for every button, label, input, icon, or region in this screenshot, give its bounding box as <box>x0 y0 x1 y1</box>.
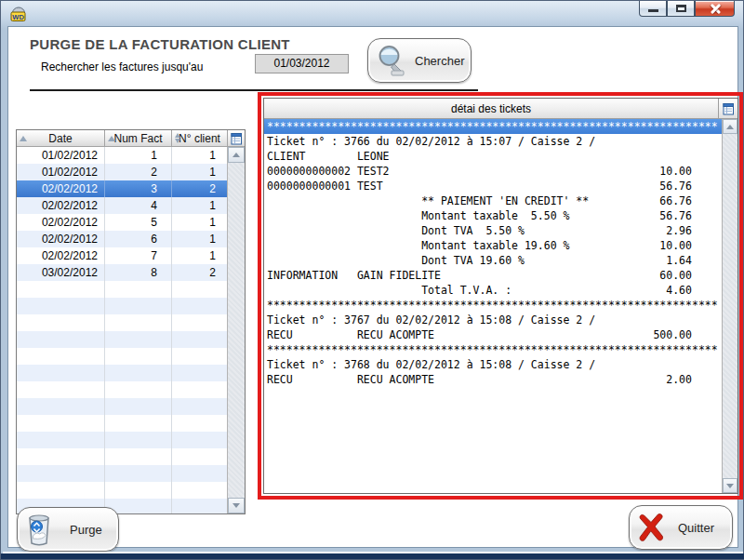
ticket-line-amount: 66.76 <box>628 193 692 208</box>
invoice-cell-client <box>172 482 229 499</box>
close-button[interactable] <box>695 1 735 17</box>
ticket-text-line[interactable]: 0000000000001TEST56.76 <box>264 179 722 193</box>
invoice-row[interactable]: 03/02/201282 <box>17 264 229 281</box>
invoice-cell-date <box>17 331 105 348</box>
invoice-row[interactable]: 01/02/201211 <box>17 147 229 164</box>
invoice-cell-client <box>172 281 229 298</box>
invoice-cell-date <box>17 432 105 448</box>
invoice-empty-row[interactable] <box>17 432 229 448</box>
invoice-row[interactable]: 02/02/201251 <box>17 214 229 231</box>
date-until-field[interactable]: 01/03/2012 <box>255 54 349 73</box>
invoice-empty-row[interactable] <box>17 348 229 365</box>
scroll-down-icon <box>726 484 734 488</box>
ticket-text-line[interactable]: Ticket n° : 3766 du 02/02/2012 à 15:07 /… <box>264 134 722 149</box>
invoice-row[interactable]: 01/02/201221 <box>17 164 229 180</box>
invoice-cell-date: 02/02/2012 <box>17 231 105 247</box>
ticket-separator-line[interactable]: ****************************************… <box>264 119 722 134</box>
invoice-table-scrollbar[interactable] <box>227 147 245 513</box>
ticket-separator-line[interactable]: ****************************************… <box>264 298 722 313</box>
ticket-line-segment: LEONE <box>357 149 390 164</box>
invoice-row[interactable]: 02/02/201232 <box>17 180 229 197</box>
column-header-date[interactable]: Date <box>17 130 105 147</box>
quitter-button[interactable]: Quitter <box>629 505 733 550</box>
ticket-detail-header: détai des tickets <box>264 99 737 119</box>
ticket-line-amount: 2.00 <box>628 372 692 387</box>
ticket-detail-scrollbar[interactable] <box>722 119 737 493</box>
invoice-cell-client: 1 <box>172 247 229 264</box>
maximize-icon <box>676 5 686 12</box>
invoice-cell-num <box>105 465 172 482</box>
invoice-cell-num <box>105 415 172 432</box>
ticket-text-line[interactable]: Montant taxable 5.50 %56.76 <box>264 208 722 223</box>
invoice-empty-row[interactable] <box>17 415 229 432</box>
ticket-line-segment: RECU ACOMPTE <box>357 327 434 342</box>
chercher-button[interactable]: Chercher <box>367 38 472 83</box>
invoice-cell-num: 6 <box>105 231 172 247</box>
ticket-line-segment: 0000000000002 <box>267 164 351 179</box>
invoice-empty-row[interactable] <box>17 314 229 331</box>
column-header-num-fact[interactable]: Num Fact <box>105 130 172 147</box>
red-x-icon <box>637 512 665 543</box>
ticket-text-line[interactable]: Dont TVA 19.60 %1.64 <box>264 253 722 268</box>
invoice-cell-client <box>172 298 229 314</box>
copy-table-button[interactable] <box>719 99 737 119</box>
ticket-text-line[interactable]: RECURECU ACOMPTE2.00 <box>264 372 722 387</box>
ticket-line-segment: TEST2 <box>357 164 390 179</box>
invoice-cell-date: 01/02/2012 <box>17 164 105 180</box>
quitter-button-label: Quitter <box>678 521 714 535</box>
invoice-cell-num <box>105 314 172 331</box>
invoice-empty-row[interactable] <box>17 398 229 415</box>
ticket-text-line[interactable]: CLIENTLEONE <box>264 149 722 164</box>
copy-table-button[interactable] <box>228 130 245 147</box>
purge-button[interactable]: Purge <box>17 507 119 552</box>
column-header-n-client[interactable]: N° client <box>172 130 228 147</box>
invoice-empty-row[interactable] <box>17 365 229 381</box>
ticket-text-line[interactable]: Ticket n° : 3768 du 02/02/2012 à 15:08 /… <box>264 357 722 372</box>
sort-asc-icon <box>108 136 115 141</box>
minimize-button[interactable] <box>639 1 667 17</box>
invoice-empty-row[interactable] <box>17 381 229 398</box>
invoice-row[interactable]: 02/02/201271 <box>17 247 229 264</box>
invoice-cell-num: 7 <box>105 247 172 264</box>
ticket-text-line[interactable]: Total T.V.A. :4.60 <box>264 283 722 298</box>
ticket-text-line[interactable]: 0000000000002TEST210.00 <box>264 164 722 179</box>
ticket-separator-line[interactable]: ****************************************… <box>264 342 722 357</box>
invoice-empty-row[interactable] <box>17 465 229 482</box>
invoice-empty-row[interactable] <box>17 281 229 298</box>
sort-both-icon <box>175 133 180 143</box>
invoice-row[interactable]: 02/02/201241 <box>17 197 229 214</box>
ticket-text-line[interactable]: Dont TVA 5.50 %2.96 <box>264 223 722 238</box>
ticket-text-line[interactable]: Montant taxable 19.60 %10.00 <box>264 238 722 253</box>
invoice-empty-row[interactable] <box>17 448 229 465</box>
scroll-down-button[interactable] <box>228 498 245 513</box>
invoice-cell-client: 1 <box>172 214 229 231</box>
invoice-empty-row[interactable] <box>17 482 229 499</box>
invoice-cell-client <box>172 432 229 448</box>
ticket-text-line[interactable]: Ticket n° : 3767 du 02/02/2012 à 15:08 /… <box>264 313 722 327</box>
invoice-empty-row[interactable] <box>17 331 229 348</box>
maximize-button[interactable] <box>667 1 695 17</box>
ticket-text-line[interactable]: ** PAIEMENT 'EN CREDIT' **66.76 <box>264 193 722 208</box>
ticket-text-line[interactable]: INFORMATIONGAIN FIDELITE60.00 <box>264 268 722 283</box>
ticket-line-segment: ** PAIEMENT 'EN CREDIT' ** <box>421 193 589 208</box>
scroll-up-button[interactable] <box>723 119 737 134</box>
scroll-down-icon <box>232 503 240 508</box>
ticket-line-amount: 500.00 <box>628 327 692 342</box>
ticket-line-amount: 2.96 <box>628 223 692 238</box>
invoice-empty-row[interactable] <box>17 298 229 314</box>
app-window: WD PURGE DE LA FACTURATION CLIENT Recher… <box>0 0 744 560</box>
ticket-text-line[interactable]: RECURECU ACOMPTE500.00 <box>264 327 722 342</box>
ticket-line-amount: 60.00 <box>628 268 692 283</box>
ticket-line-amount: 56.76 <box>628 179 692 193</box>
ticket-line-segment: Ticket n° : 3767 du 02/02/2012 à 15:08 /… <box>267 313 595 327</box>
window-controls <box>639 1 735 17</box>
scroll-up-button[interactable] <box>228 147 245 163</box>
invoice-cell-date <box>17 348 105 365</box>
invoice-row[interactable]: 02/02/201261 <box>17 231 229 247</box>
scroll-down-button[interactable] <box>723 478 737 493</box>
ticket-line-segment: GAIN FIDELITE <box>357 268 441 283</box>
invoice-cell-client <box>172 398 229 415</box>
ticket-line-amount: 1.64 <box>628 253 692 268</box>
ticket-line-segment: Montant taxable 5.50 % <box>421 208 569 223</box>
ticket-line-segment: TEST <box>357 179 383 193</box>
